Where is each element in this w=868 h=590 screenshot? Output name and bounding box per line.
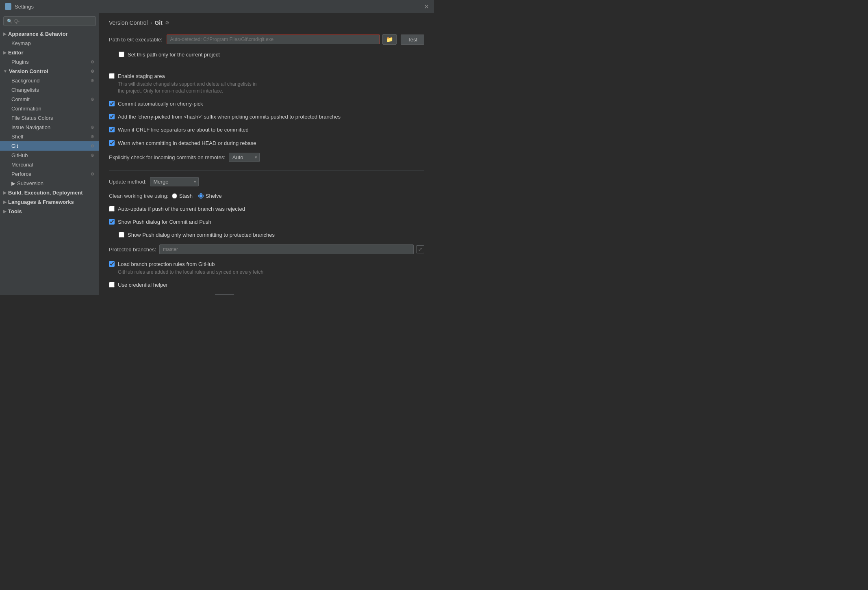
chevron-down-icon: ▼ [3, 69, 7, 73]
load-branch-protection-label[interactable]: Load branch protection rules from GitHub [118, 261, 215, 267]
warn-detached-checkbox[interactable] [109, 140, 115, 146]
auto-update-label[interactable]: Auto-update if push of the current branc… [118, 205, 245, 213]
filter-update-row: Filter "Update Project" information by p… [109, 294, 424, 295]
protected-branches-label: Protected branches: [109, 246, 156, 253]
chevron-right-icon: ▶ [3, 32, 7, 36]
settings-icon: ⚙ [91, 172, 94, 176]
incoming-commits-row: Explicitly check for incoming commits on… [109, 153, 424, 162]
cherry-pick-checkbox[interactable] [109, 101, 115, 106]
auto-update-checkbox[interactable] [109, 206, 115, 212]
sidebar-item-label: File Status Colors [11, 115, 53, 121]
show-push-dialog-label[interactable]: Show Push dialog for Commit and Push [118, 218, 211, 226]
title-bar-text: Settings [15, 4, 34, 10]
filter-update-select[interactable]: All [215, 294, 234, 295]
sidebar-item-label: Build, Execution, Deployment [8, 190, 82, 196]
shelve-radio[interactable] [198, 193, 204, 199]
test-button[interactable]: Test [401, 35, 424, 45]
breadcrumb-separator: › [150, 19, 152, 26]
warn-crlf-label[interactable]: Warn if CRLF line separators are about t… [118, 126, 249, 134]
chevron-right-icon: ▶ [3, 50, 7, 55]
expand-button[interactable]: ⤢ [416, 245, 424, 253]
git-path-input[interactable] [167, 35, 380, 44]
load-branch-protection-checkbox[interactable] [109, 261, 115, 267]
auto-update-row: Auto-update if push of the current branc… [109, 205, 424, 213]
set-path-checkbox[interactable] [119, 52, 124, 57]
show-push-protected-label[interactable]: Show Push dialog only when committing to… [128, 231, 275, 239]
update-method-select[interactable]: Merge Rebase Branch Default [150, 177, 199, 186]
enable-staging-content: Enable staging area This will disable ch… [118, 73, 257, 95]
divider [109, 66, 424, 66]
sidebar-item-perforce[interactable]: Perforce ⚙ [0, 169, 99, 179]
load-branch-protection-row: Load branch protection rules from GitHub… [109, 261, 424, 276]
sidebar-item-languages[interactable]: ▶ Languages & Frameworks [0, 197, 99, 207]
content-area: Version Control › Git ⚙ Path to Git exec… [99, 13, 434, 295]
update-method-label: Update method: [109, 179, 147, 185]
update-method-select-wrapper[interactable]: Merge Rebase Branch Default [150, 177, 199, 186]
sidebar-item-label: Appearance & Behavior [8, 31, 68, 37]
sidebar-item-versioncontrol[interactable]: ▼ Version Control ⚙ [0, 67, 99, 76]
sidebar-item-label: Commit [11, 96, 30, 102]
stash-radio-item[interactable]: Stash [172, 193, 193, 199]
settings-icon: ⚙ [91, 60, 94, 64]
chevron-right-icon: ▶ [11, 180, 15, 186]
sidebar-item-confirmation[interactable]: Confirmation [0, 104, 99, 113]
sidebar: 🔍 ▶ Appearance & Behavior Keymap ▶ Edito… [0, 13, 99, 295]
sidebar-item-background[interactable]: Background ⚙ [0, 76, 99, 85]
stash-radio[interactable] [172, 193, 177, 199]
sidebar-item-changelists[interactable]: Changelists [0, 85, 99, 95]
sidebar-item-shelf[interactable]: Shelf ⚙ [0, 132, 99, 141]
add-suffix-checkbox[interactable] [109, 114, 115, 119]
sidebar-item-keymap[interactable]: Keymap [0, 39, 99, 48]
use-credential-checkbox[interactable] [109, 282, 115, 287]
sidebar-item-editor[interactable]: ▶ Editor [0, 48, 99, 57]
warn-detached-label[interactable]: Warn when committing in detached HEAD or… [118, 140, 256, 147]
git-path-label: Path to Git executable: [109, 37, 163, 43]
load-branch-protection-desc: GitHub rules are added to the local rule… [118, 269, 263, 276]
show-push-protected-checkbox[interactable] [119, 232, 124, 238]
use-credential-label[interactable]: Use credential helper [118, 281, 168, 289]
protected-branches-input[interactable] [159, 244, 414, 254]
incoming-commits-select-wrapper[interactable]: Auto Always Never [229, 153, 260, 162]
sidebar-item-plugins[interactable]: Plugins ⚙ [0, 57, 99, 67]
enable-staging-checkbox[interactable] [109, 73, 115, 79]
sidebar-item-label: Subversion [17, 180, 43, 186]
stash-radio-label[interactable]: Stash [179, 193, 193, 199]
settings-icon: ⚙ [91, 134, 94, 139]
enable-staging-label[interactable]: Enable staging area [118, 73, 165, 79]
cherry-pick-label[interactable]: Commit automatically on cherry-pick [118, 100, 203, 108]
sidebar-item-label: Editor [8, 50, 24, 56]
sidebar-item-subversion[interactable]: ▶ Subversion [0, 179, 99, 188]
show-push-dialog-checkbox[interactable] [109, 219, 115, 225]
sidebar-item-issuenavigation[interactable]: Issue Navigation ⚙ [0, 123, 99, 132]
git-path-input-wrapper: 📁 [167, 34, 397, 45]
settings-icon: ⚙ [91, 97, 94, 102]
sidebar-item-label: Confirmation [11, 106, 41, 112]
sidebar-item-tools[interactable]: ▶ Tools [0, 207, 99, 216]
set-path-label[interactable]: Set this path only for the current proje… [128, 51, 220, 58]
sidebar-item-label: Git [11, 143, 18, 149]
shelve-radio-item[interactable]: Shelve [198, 193, 222, 199]
shelve-radio-label[interactable]: Shelve [206, 193, 222, 199]
sidebar-item-commit[interactable]: Commit ⚙ [0, 95, 99, 104]
title-bar: Settings ✕ [0, 0, 434, 13]
sidebar-item-filestatuscolors[interactable]: File Status Colors [0, 113, 99, 123]
sidebar-item-build[interactable]: ▶ Build, Execution, Deployment [0, 188, 99, 197]
sidebar-item-mercurial[interactable]: Mercurial [0, 160, 99, 169]
add-suffix-label[interactable]: Add the 'cherry-picked from <hash>' suff… [118, 113, 341, 121]
warn-crlf-checkbox[interactable] [109, 127, 115, 132]
breadcrumb-parent[interactable]: Version Control [109, 19, 148, 26]
settings-icon: ⚙ [91, 78, 94, 83]
close-button[interactable]: ✕ [424, 3, 429, 11]
search-input[interactable] [14, 18, 92, 24]
incoming-commits-select[interactable]: Auto Always Never [229, 153, 260, 162]
sidebar-item-github[interactable]: GitHub ⚙ [0, 151, 99, 160]
sidebar-item-appearance[interactable]: ▶ Appearance & Behavior [0, 29, 99, 39]
sidebar-item-label: Version Control [9, 68, 48, 74]
sidebar-item-git[interactable]: Git ⚙ [0, 141, 99, 151]
folder-browse-button[interactable]: 📁 [382, 34, 397, 45]
filter-update-select-wrapper[interactable]: All [215, 294, 234, 295]
add-suffix-row: Add the 'cherry-picked from <hash>' suff… [109, 113, 424, 121]
breadcrumb-current: Git [154, 19, 162, 26]
warn-crlf-row: Warn if CRLF line separators are about t… [109, 126, 424, 134]
search-box[interactable]: 🔍 [3, 16, 96, 26]
